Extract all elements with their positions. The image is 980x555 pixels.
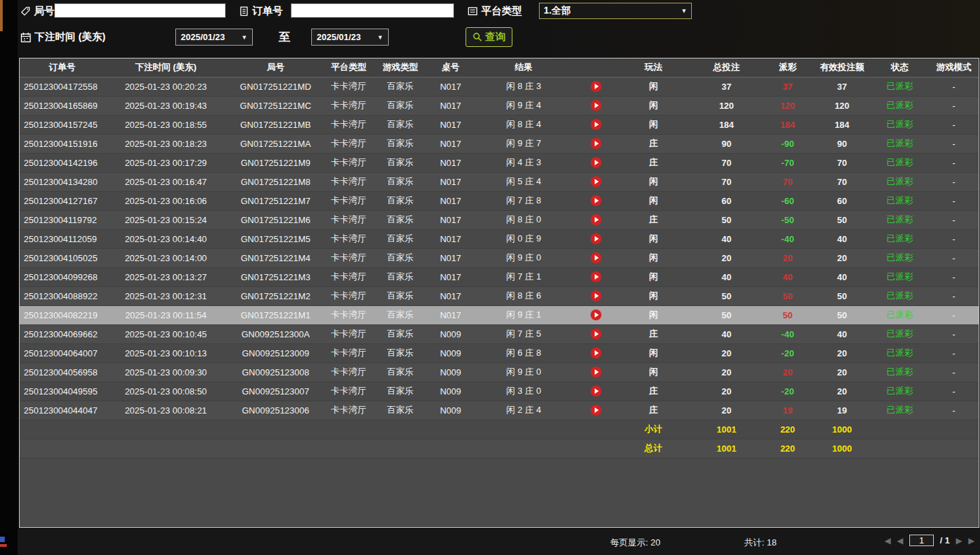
cell-order: 250123004157245 (20, 115, 105, 134)
total-spacer (20, 439, 618, 458)
cell-round: GN017251221M8 (227, 172, 324, 191)
cell-time: 2025-01-23 00:10:13 (105, 343, 227, 363)
play-icon[interactable] (591, 271, 601, 282)
play-icon[interactable] (591, 329, 601, 339)
cell-payout: -40 (764, 229, 811, 248)
table-row[interactable]: 2501230041658692025-01-23 00:19:43GN0172… (20, 96, 979, 115)
cell-order: 250123004069662 (20, 324, 105, 343)
table-row[interactable]: 2501230041519162025-01-23 00:18:23GN0172… (20, 134, 979, 153)
play-icon[interactable] (591, 367, 601, 377)
cell-bet: 闲 (618, 115, 689, 134)
platform-type-select[interactable]: 1.全部 ▼ (539, 3, 692, 19)
page-number-input[interactable] (909, 535, 934, 546)
play-icon[interactable] (591, 233, 601, 244)
play-icon[interactable] (591, 138, 601, 149)
table-row[interactable]: 2501230041421962025-01-23 00:17:29GN0172… (20, 153, 979, 172)
cell-time: 2025-01-23 00:17:29 (105, 153, 227, 172)
cell-time: 2025-01-23 00:18:55 (105, 115, 227, 134)
table-row[interactable]: 2501230040992682025-01-23 00:13:27GN0172… (20, 267, 979, 286)
cell-total_bet: 120 (689, 96, 764, 115)
play-icon[interactable] (591, 157, 601, 168)
table-row[interactable]: 2501230040696622025-01-23 00:10:45GN0092… (20, 324, 979, 343)
cell-table_no: N009 (427, 382, 474, 401)
result-video-cell (574, 229, 618, 248)
cell-platform: 卡卡湾厅 (324, 77, 373, 96)
cell-payout: -20 (764, 343, 811, 363)
table-row[interactable]: 2501230040495952025-01-23 00:08:50GN0092… (20, 382, 979, 401)
table-row[interactable]: 2501230041120592025-01-23 00:14:40GN0172… (20, 229, 979, 248)
play-icon[interactable] (591, 252, 601, 263)
column-header: 结果 (474, 58, 574, 77)
caret-down-icon: ▼ (681, 7, 687, 14)
cell-result: 闲 0 庄 9 (474, 229, 574, 248)
total-count-label: 共计: 18 (744, 537, 777, 549)
table-row[interactable]: 2501230040822192025-01-23 00:11:54GN0172… (20, 305, 979, 324)
tag-icon (20, 6, 31, 16)
cell-result: 闲 7 庄 8 (474, 191, 574, 210)
play-icon[interactable] (591, 386, 601, 397)
next-page-button[interactable]: ▶ (956, 536, 962, 545)
cell-valid_bet: 40 (811, 267, 873, 286)
table-row[interactable]: 2501230041271672025-01-23 00:16:06GN0172… (20, 191, 979, 210)
round-number-label: 局号 (34, 5, 54, 18)
play-icon[interactable] (591, 290, 601, 301)
prev-page-button[interactable]: ◀ (897, 536, 903, 545)
table-row[interactable]: 2501230040640072025-01-23 00:10:13GN0092… (20, 343, 979, 363)
first-page-button[interactable]: ◀ (885, 536, 891, 545)
result-video-cell (574, 115, 618, 134)
column-header: 局号 (227, 58, 324, 77)
cell-total_bet: 20 (689, 363, 764, 382)
order-number-input[interactable] (291, 3, 454, 18)
left-accent-top (0, 0, 3, 31)
round-number-input[interactable] (54, 3, 226, 18)
table-row[interactable]: 2501230040440472025-01-23 00:08:21GN0092… (20, 401, 979, 420)
play-icon[interactable] (591, 81, 601, 92)
play-icon[interactable] (591, 348, 601, 358)
table-row[interactable]: 2501230041342802025-01-23 00:16:47GN0172… (20, 172, 979, 191)
play-icon[interactable] (591, 309, 601, 320)
table-row[interactable]: 2501230040889222025-01-23 00:12:31GN0172… (20, 286, 979, 305)
total-total-bet: 1001 (689, 439, 764, 458)
cell-mode: - (927, 134, 979, 153)
cell-game: 百家乐 (373, 96, 427, 115)
search-button[interactable]: 查询 (466, 27, 512, 47)
table-row[interactable]: 2501230041725582025-01-23 00:20:23GN0172… (20, 77, 979, 96)
document-icon (239, 6, 249, 16)
play-icon[interactable] (591, 195, 601, 206)
cell-mode: - (927, 229, 979, 248)
play-icon[interactable] (591, 119, 601, 130)
cell-total_bet: 50 (689, 286, 764, 305)
cell-round: GN017251221M9 (227, 153, 324, 172)
cell-table_no: N017 (427, 153, 474, 172)
play-icon[interactable] (591, 405, 601, 416)
cell-mode: - (927, 77, 979, 96)
cell-valid_bet: 20 (811, 382, 873, 401)
cell-game: 百家乐 (373, 382, 427, 401)
search-icon (472, 32, 483, 42)
play-icon[interactable] (591, 176, 601, 187)
cell-valid_bet: 70 (811, 172, 873, 191)
date-from-picker[interactable]: 2025/01/23 ▼ (175, 29, 253, 46)
list-icon (468, 6, 478, 16)
table-row[interactable]: 2501230040569582025-01-23 00:09:30GN0092… (20, 363, 979, 382)
date-to-picker[interactable]: 2025/01/23 ▼ (311, 29, 389, 46)
play-icon[interactable] (591, 214, 601, 225)
cell-game: 百家乐 (373, 343, 427, 363)
cell-total_bet: 40 (689, 267, 764, 286)
table-row[interactable]: 2501230041050252025-01-23 00:14:00GN0172… (20, 248, 979, 267)
cell-mode: - (927, 363, 979, 382)
table-row[interactable]: 2501230041197922025-01-23 00:15:24GN0172… (20, 210, 979, 229)
cell-table_no: N017 (427, 96, 474, 115)
cell-time: 2025-01-23 00:14:00 (105, 248, 227, 267)
result-video-cell (574, 96, 618, 115)
table-row[interactable]: 2501230041572452025-01-23 00:18:55GN0172… (20, 115, 979, 134)
cell-payout: -20 (764, 382, 811, 401)
cell-total_bet: 20 (689, 248, 764, 267)
play-icon[interactable] (591, 100, 601, 111)
column-header: 游戏模式 (927, 58, 979, 77)
last-page-button[interactable]: ▶ (968, 536, 975, 545)
platform-type-label-group: 平台类型 (468, 5, 522, 18)
cell-mode: - (927, 286, 979, 305)
cell-bet: 闲 (618, 77, 689, 96)
cell-round: GN017251221MD (227, 77, 324, 96)
